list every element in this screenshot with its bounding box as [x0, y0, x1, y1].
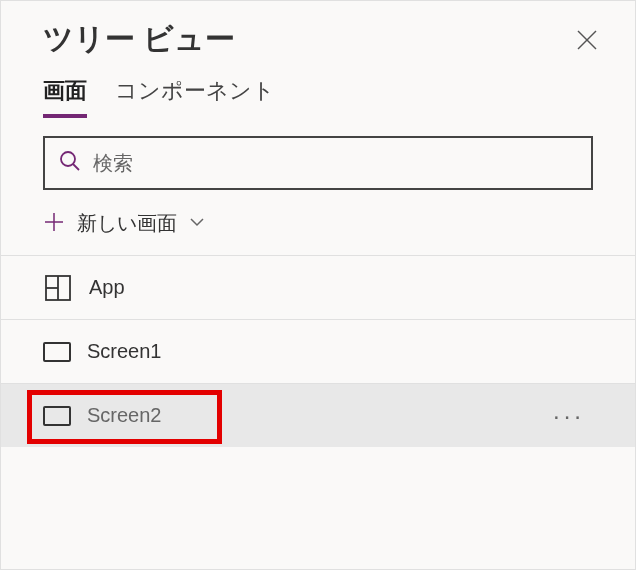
tree-view-panel: ツリー ビュー 画面 コンポーネント [0, 0, 636, 570]
search-icon [59, 150, 81, 176]
close-button[interactable] [567, 20, 607, 60]
tree-item-screen2[interactable]: Screen2 ··· [1, 383, 635, 447]
app-icon [43, 273, 73, 303]
new-screen-label: 新しい画面 [77, 210, 177, 237]
search-box[interactable] [43, 136, 593, 190]
screen-icon [43, 406, 71, 426]
chevron-down-icon [189, 214, 205, 234]
tree-item-label: App [89, 276, 593, 299]
tab-components[interactable]: コンポーネント [115, 76, 275, 118]
tree-item-label: Screen1 [87, 340, 593, 363]
new-screen-button[interactable]: 新しい画面 [1, 200, 635, 255]
tree-item-label: Screen2 [87, 404, 537, 427]
tree-list: App Screen1 Screen2 ··· [1, 255, 635, 447]
tab-screens[interactable]: 画面 [43, 76, 87, 118]
screen-icon [43, 342, 71, 362]
svg-line-3 [73, 164, 79, 170]
panel-header: ツリー ビュー [1, 1, 635, 68]
search-input[interactable] [93, 152, 577, 175]
tree-item-screen1[interactable]: Screen1 [1, 319, 635, 383]
close-icon [576, 29, 598, 51]
tabs-row: 画面 コンポーネント [1, 68, 635, 118]
panel-title: ツリー ビュー [43, 19, 235, 60]
svg-point-2 [61, 152, 75, 166]
tree-item-app[interactable]: App [1, 255, 635, 319]
search-row [1, 118, 635, 200]
more-button[interactable]: ··· [553, 402, 593, 430]
plus-icon [43, 211, 65, 237]
tree-wrap: App Screen1 Screen2 ··· [1, 255, 635, 447]
